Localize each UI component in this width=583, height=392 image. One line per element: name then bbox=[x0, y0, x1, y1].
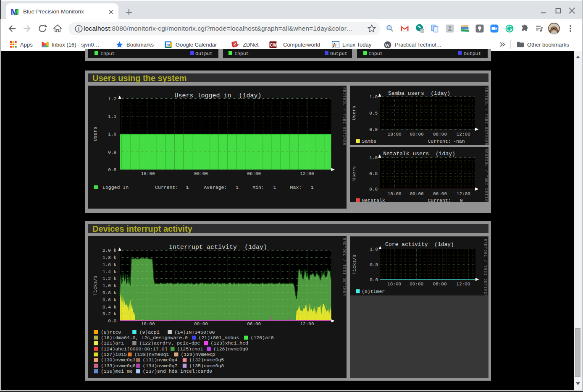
svg-text:(21)i801_smbus: (21)i801_smbus bbox=[198, 335, 239, 340]
svg-text:0.8 k: 0.8 k bbox=[102, 290, 116, 295]
svg-text:Netatalk users (1day): Netatalk users (1day) bbox=[383, 150, 455, 157]
svg-text:12:00: 12:00 bbox=[456, 282, 470, 287]
svg-text:0.0: 0.0 bbox=[370, 277, 378, 282]
svg-text:0.0: 0.0 bbox=[369, 187, 378, 192]
svg-text:CW: CW bbox=[270, 43, 277, 47]
svg-text:0.6 k: 0.6 k bbox=[102, 297, 116, 302]
svg-text:0.9: 0.9 bbox=[108, 149, 116, 154]
svg-text:Users logged in (1day): Users logged in (1day) bbox=[174, 92, 261, 99]
svg-text:1.0: 1.0 bbox=[108, 132, 116, 137]
svg-text:(137)snd_hda_intel:card0: (137)snd_hda_intel:card0 bbox=[142, 368, 212, 374]
svg-text:Min:: Min: bbox=[252, 185, 264, 190]
svg-text:0.5: 0.5 bbox=[369, 110, 378, 115]
svg-text:(133)nvme0q6: (133)nvme0q6 bbox=[100, 363, 135, 368]
svg-text:00:00: 00:00 bbox=[410, 191, 423, 196]
svg-text:0.5: 0.5 bbox=[369, 171, 378, 176]
svg-text:Average:: Average: bbox=[204, 185, 227, 190]
svg-text:18:00: 18:00 bbox=[387, 282, 401, 287]
svg-text:18:00: 18:00 bbox=[387, 131, 401, 136]
svg-text:(124)ahci[0000:00:17.0]: (124)ahci[0000:00:17.0] bbox=[100, 346, 167, 351]
svg-text:0.0: 0.0 bbox=[108, 319, 116, 324]
svg-text:Ticks/s: Ticks/s bbox=[92, 275, 98, 295]
svg-text:00:00: 00:00 bbox=[410, 282, 423, 287]
svg-text:Core activity (1day): Core activity (1day) bbox=[385, 241, 454, 248]
svg-text:W: W bbox=[385, 42, 390, 48]
svg-text:(135)nvme0q8: (135)nvme0q8 bbox=[189, 363, 224, 368]
svg-text:06:00: 06:00 bbox=[247, 321, 261, 326]
svg-text:1.2: 1.2 bbox=[108, 96, 116, 101]
svg-text:Ticks/s: Ticks/s bbox=[352, 254, 357, 274]
svg-text:(123)xhci_hcd: (123)xhci_hcd bbox=[210, 340, 248, 346]
svg-text:?: ? bbox=[421, 29, 423, 33]
svg-text:0.4 k: 0.4 k bbox=[102, 304, 116, 309]
svg-text:(130)nvme0q3: (130)nvme0q3 bbox=[100, 357, 135, 363]
svg-text:1.1: 1.1 bbox=[108, 114, 116, 119]
svg-text:1.0: 1.0 bbox=[370, 247, 378, 252]
svg-text:RRDTOOL / TOBI OETIKER: RRDTOOL / TOBI OETIKER bbox=[483, 149, 488, 203]
svg-text:0: 0 bbox=[460, 198, 463, 202]
svg-text:(127)i915: (127)i915 bbox=[100, 352, 126, 357]
svg-text:(8)rtc0: (8)rtc0 bbox=[100, 329, 121, 335]
svg-text:RRDTOOL / TOBI OETIKER: RRDTOOL / TOBI OETIKER bbox=[342, 87, 346, 146]
svg-text:1.0: 1.0 bbox=[369, 155, 378, 160]
svg-text:00:00: 00:00 bbox=[194, 171, 207, 176]
svg-text:06:00: 06:00 bbox=[433, 131, 446, 136]
svg-text:(9)acpi: (9)acpi bbox=[139, 329, 159, 335]
svg-text:(129)nvme0q2: (129)nvme0q2 bbox=[181, 352, 215, 357]
svg-text:1: 1 bbox=[310, 185, 313, 190]
svg-text:1: 1 bbox=[186, 185, 189, 190]
svg-text:Samba: Samba bbox=[362, 139, 376, 144]
svg-text:(126)nvme0q0: (126)nvme0q0 bbox=[213, 346, 248, 351]
svg-text:(128)nvme0q1: (128)nvme0q1 bbox=[134, 352, 169, 357]
svg-text:06:00: 06:00 bbox=[433, 282, 446, 287]
svg-text:0.5: 0.5 bbox=[370, 262, 378, 267]
svg-text:0.0: 0.0 bbox=[369, 127, 378, 132]
svg-text:0.8: 0.8 bbox=[108, 167, 116, 172]
svg-text:Interrupt activity (1day): Interrupt activity (1day) bbox=[168, 243, 267, 251]
svg-text:1.0 k: 1.0 k bbox=[102, 283, 116, 288]
svg-text:12:00: 12:00 bbox=[300, 171, 314, 176]
svg-text:12:00: 12:00 bbox=[456, 131, 470, 136]
svg-text:12:00: 12:00 bbox=[456, 191, 470, 196]
svg-text:12:00: 12:00 bbox=[300, 321, 314, 326]
svg-text:2.0 k: 2.0 k bbox=[102, 248, 116, 253]
svg-text:1.2 k: 1.2 k bbox=[102, 276, 116, 281]
svg-text:06:00: 06:00 bbox=[433, 191, 446, 196]
svg-text:Users: Users bbox=[92, 126, 98, 141]
svg-text:Current:: Current: bbox=[428, 198, 451, 202]
svg-text:28: 28 bbox=[166, 43, 170, 47]
svg-text:(122)aerdrv, pcie-dpc: (122)aerdrv, pcie-dpc bbox=[139, 340, 200, 346]
svg-text:Samba users (1day): Samba users (1day) bbox=[388, 90, 450, 97]
svg-text:(0)timer: (0)timer bbox=[362, 288, 385, 294]
svg-text:(134)nvme0q7: (134)nvme0q7 bbox=[142, 363, 177, 368]
svg-text:Max:: Max: bbox=[290, 185, 302, 190]
svg-text:1.4 k: 1.4 k bbox=[102, 269, 116, 274]
svg-text:1.6 k: 1.6 k bbox=[102, 262, 116, 267]
svg-text:(136)mei_me: (136)mei_me bbox=[100, 368, 132, 374]
svg-text:Users: Users bbox=[351, 166, 356, 180]
svg-text:RRDTOOL / TOBI OETIKER: RRDTOOL / TOBI OETIKER bbox=[483, 239, 487, 296]
svg-text:00:00: 00:00 bbox=[410, 131, 423, 136]
svg-text:(121)ar1: (121)ar1 bbox=[100, 340, 123, 346]
svg-text:06:00: 06:00 bbox=[247, 171, 261, 176]
svg-text:(14)INT3450:00: (14)INT3450:00 bbox=[174, 329, 215, 335]
svg-text:1.8 k: 1.8 k bbox=[102, 255, 116, 260]
svg-text:1: 1 bbox=[236, 185, 239, 190]
svg-text:(16)idma64.0, i2c_designware.0: (16)idma64.0, i2c_designware.0 bbox=[100, 335, 187, 340]
svg-text:RRDTOOL / TOBI OETIKER: RRDTOOL / TOBI OETIKER bbox=[342, 238, 346, 296]
svg-text:18:00: 18:00 bbox=[141, 171, 155, 176]
svg-text:1.0: 1.0 bbox=[369, 94, 378, 99]
svg-text:(132)nvme0q5: (132)nvme0q5 bbox=[189, 357, 224, 363]
svg-text:RRDTOOL / TOBI OETIKER: RRDTOOL / TOBI OETIKER bbox=[483, 87, 488, 145]
svg-text:Current:: Current: bbox=[428, 139, 451, 144]
svg-text:(131)nvme0q4: (131)nvme0q4 bbox=[142, 357, 177, 363]
svg-text:(125)eno1: (125)eno1 bbox=[177, 346, 203, 351]
svg-text:Logged In: Logged In bbox=[102, 185, 129, 190]
svg-text:18:00: 18:00 bbox=[141, 321, 155, 326]
svg-text:0.2 k: 0.2 k bbox=[102, 311, 116, 316]
svg-text:18:00: 18:00 bbox=[387, 191, 401, 196]
svg-text:00:00: 00:00 bbox=[194, 321, 207, 326]
svg-text:Netatalk: Netatalk bbox=[362, 198, 385, 202]
svg-text:Users: Users bbox=[351, 105, 356, 120]
svg-text:t: t bbox=[335, 42, 337, 48]
